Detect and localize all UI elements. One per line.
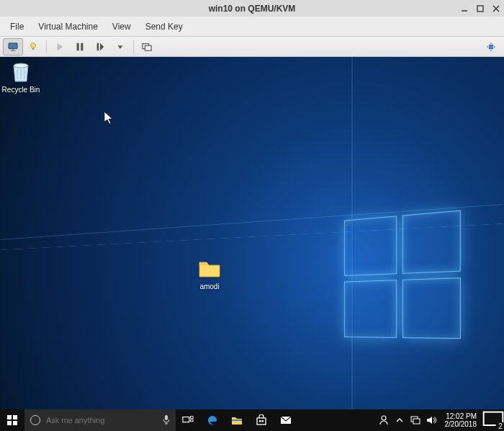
task-view-button[interactable]	[176, 409, 200, 431]
menu-view[interactable]: View	[105, 19, 138, 35]
snapshots-button[interactable]	[137, 38, 157, 55]
task-view-icon	[182, 414, 194, 426]
microphone-icon[interactable]	[163, 414, 170, 427]
menubar: File Virtual Machine View Send Key	[0, 17, 504, 37]
people-icon	[378, 414, 390, 426]
svg-rect-35	[413, 419, 420, 424]
taskbar-app-store[interactable]	[249, 409, 274, 431]
svg-rect-30	[259, 420, 261, 422]
desktop-icon-label: Recycle Bin	[0, 86, 48, 94]
snapshot-icon	[142, 42, 152, 52]
fullscreen-button[interactable]	[481, 38, 501, 55]
show-console-button[interactable]	[3, 38, 23, 55]
cortana-icon	[30, 415, 40, 425]
toolbar-separator	[133, 40, 134, 53]
windows-logo-wallpaper	[344, 210, 461, 339]
taskbar-app-explorer[interactable]	[225, 409, 249, 431]
lightbulb-icon	[28, 42, 38, 52]
pause-button[interactable]	[70, 38, 90, 55]
pause-icon	[75, 42, 85, 52]
host-titlebar: win10 on QEMU/KVM	[0, 0, 504, 17]
mouse-cursor	[104, 112, 113, 125]
play-icon	[55, 42, 65, 52]
svg-rect-8	[32, 48, 35, 50]
close-icon	[492, 5, 500, 12]
toolbar	[0, 37, 504, 57]
shutdown-menu-button[interactable]	[110, 38, 130, 55]
svg-point-18	[14, 63, 28, 68]
tray-chevron-up[interactable]	[392, 409, 408, 431]
taskbar-app-edge[interactable]	[200, 409, 225, 431]
svg-marker-14	[118, 45, 123, 48]
toolbar-separator	[46, 40, 47, 53]
start-button[interactable]	[0, 409, 24, 431]
svg-rect-16	[145, 45, 151, 50]
menu-send-key[interactable]: Send Key	[138, 19, 190, 35]
action-center-button[interactable]: 2	[482, 409, 504, 431]
desktop-icon-recycle-bin[interactable]: Recycle Bin	[0, 58, 48, 94]
maximize-icon	[477, 5, 484, 12]
mail-icon	[280, 414, 292, 426]
file-explorer-icon	[231, 414, 243, 426]
svg-rect-25	[183, 417, 189, 422]
search-input[interactable]	[46, 416, 157, 425]
svg-point-33	[382, 416, 386, 420]
svg-rect-28	[232, 419, 242, 421]
svg-rect-23	[13, 421, 17, 425]
svg-rect-27	[191, 419, 194, 422]
network-icon	[410, 414, 421, 426]
notification-icon: 2	[482, 411, 504, 430]
svg-rect-17	[489, 45, 492, 48]
guest-desktop[interactable]: Recycle Bin amodi	[0, 57, 504, 431]
svg-rect-29	[257, 418, 266, 425]
menu-file[interactable]: File	[3, 19, 31, 35]
tray-people-icon[interactable]	[376, 409, 392, 431]
svg-marker-19	[104, 112, 112, 124]
host-window-controls	[459, 4, 501, 14]
minimize-icon	[461, 5, 468, 12]
menu-virtual-machine[interactable]: Virtual Machine	[31, 19, 105, 35]
svg-rect-20	[7, 415, 12, 419]
svg-rect-4	[9, 43, 17, 48]
cortana-search[interactable]	[24, 409, 176, 431]
svg-rect-10	[77, 43, 79, 50]
taskbar-app-mail[interactable]	[274, 409, 298, 431]
host-window-title: win10 on QEMU/KVM	[4, 4, 500, 14]
svg-rect-24	[165, 415, 168, 420]
recycle-bin-icon	[8, 58, 34, 84]
svg-text:2: 2	[498, 422, 503, 430]
windows-icon	[6, 414, 18, 426]
desktop-icon-label: amodi	[183, 283, 236, 290]
svg-rect-6	[11, 50, 16, 50]
svg-rect-12	[97, 43, 99, 50]
tray-network-icon[interactable]	[408, 409, 423, 431]
tray-volume-icon[interactable]	[423, 409, 439, 431]
volume-icon	[426, 414, 437, 426]
shutdown-button[interactable]	[90, 38, 110, 55]
minimize-button[interactable]	[459, 4, 469, 14]
clock-time: 12:02 PM	[445, 412, 477, 420]
svg-rect-31	[262, 420, 264, 422]
svg-rect-21	[13, 415, 17, 419]
run-button[interactable]	[50, 38, 70, 55]
edge-icon	[207, 414, 218, 426]
fullscreen-icon	[486, 42, 496, 52]
chevron-down-icon	[115, 42, 125, 52]
svg-rect-5	[12, 49, 14, 50]
maximize-button[interactable]	[475, 4, 485, 14]
svg-marker-9	[58, 43, 63, 50]
power-icon	[95, 42, 105, 52]
store-icon	[256, 414, 267, 426]
svg-rect-11	[81, 43, 83, 50]
svg-marker-13	[100, 43, 104, 50]
clock-date: 2/20/2018	[445, 420, 477, 428]
desktop-icon-folder[interactable]: amodi	[183, 255, 236, 290]
chevron-up-icon	[394, 414, 405, 426]
monitor-icon	[8, 42, 18, 52]
system-tray: 12:02 PM 2/20/2018 2	[376, 409, 505, 431]
svg-point-7	[31, 43, 36, 48]
taskbar-clock[interactable]: 12:02 PM 2/20/2018	[439, 412, 483, 428]
show-details-button[interactable]	[23, 38, 43, 55]
close-button[interactable]	[491, 4, 501, 14]
svg-rect-22	[7, 421, 12, 425]
